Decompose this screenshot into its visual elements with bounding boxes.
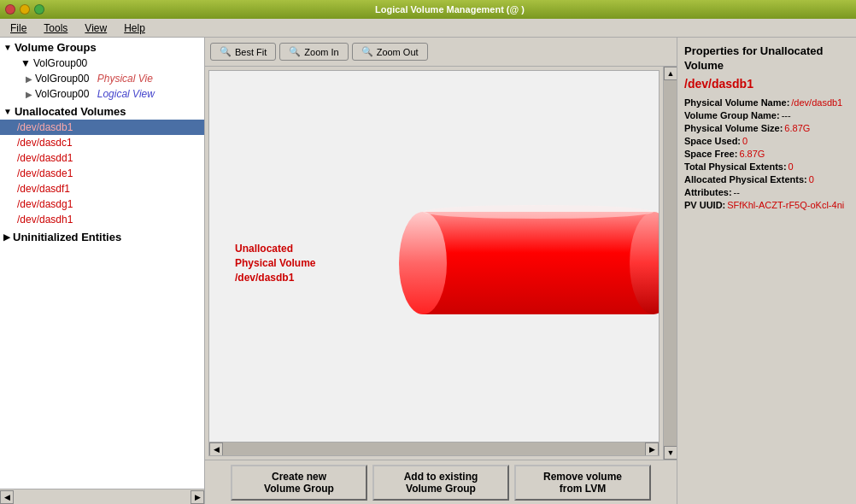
- sidebar-item-volgroup00-physical[interactable]: ▶ VolGroup00 Physical Vie: [0, 71, 204, 86]
- cylinder-label: Unallocated Physical Volume /dev/dasdb1: [235, 242, 315, 284]
- sidebar-item-dasdc1[interactable]: /dev/dasdc1: [0, 135, 204, 150]
- section-volume-groups[interactable]: ▼ Volume Groups: [0, 38, 204, 56]
- prop-label-vgname: Volume Group Name:: [684, 110, 780, 120]
- chevron-down-icon: ▼: [3, 107, 12, 116]
- prop-label-attrs: Attributes:: [684, 187, 732, 197]
- menu-file[interactable]: File: [3, 21, 33, 36]
- dasdd1-label: /dev/dasdd1: [17, 152, 73, 164]
- close-button[interactable]: [5, 4, 15, 15]
- prop-vg-name: Volume Group Name: ---: [684, 110, 849, 120]
- volgroup00-label: VolGroup00: [33, 57, 87, 69]
- volgroup00-physical-view-link[interactable]: Physical Vie: [97, 73, 153, 85]
- svg-rect-0: [423, 212, 654, 314]
- sidebar-item-dasdb1[interactable]: /dev/dasdb1: [0, 120, 204, 135]
- zoom-in-icon: 🔍: [289, 46, 301, 57]
- content-area: 🔍 Best Fit 🔍 Zoom In 🔍 Zoom Out Unalloca…: [205, 38, 677, 504]
- main-layout: ▼ Volume Groups ▼ VolGroup00 ▶ VolGroup0…: [0, 38, 856, 504]
- menu-help[interactable]: Help: [117, 21, 152, 36]
- search-icon: 🔍: [220, 46, 232, 57]
- uninitialized-entities-label: Uninitialized Entities: [13, 231, 121, 243]
- zoom-in-button[interactable]: 🔍 Zoom In: [279, 43, 348, 61]
- scroll-up-arrow[interactable]: ▲: [664, 67, 677, 80]
- cylinder-svg: [380, 195, 660, 331]
- add-to-existing-vg-label: Add to existingVolume Group: [404, 471, 478, 495]
- volgroup00-physical-name: VolGroup00: [35, 73, 89, 85]
- canvas-area: Unallocated Physical Volume /dev/dasdb1: [208, 70, 660, 456]
- create-new-vg-label: Create newVolume Group: [264, 471, 334, 495]
- create-new-vg-button[interactable]: Create newVolume Group: [231, 465, 367, 501]
- menu-view[interactable]: View: [78, 21, 114, 36]
- chevron-right-icon: ▶: [3, 232, 10, 242]
- zoom-out-icon: 🔍: [361, 46, 373, 57]
- minimize-button[interactable]: [20, 4, 30, 15]
- prop-label-totalextents: Total Physical Extents:: [684, 161, 787, 172]
- cylinder-visualization: [380, 195, 660, 331]
- menu-tools[interactable]: Tools: [37, 21, 74, 36]
- prop-physical-volume-name: Physical Volume Name: /dev/dasdb1: [684, 97, 849, 108]
- add-to-existing-vg-button[interactable]: Add to existingVolume Group: [372, 465, 509, 501]
- properties-title: Properties for Unallocated Volume: [684, 44, 849, 73]
- prop-alloc-extents: Allocated Physical Extents: 0: [684, 174, 849, 185]
- prop-value-uuid: SFfKhl-ACZT-rF5Q-oKcl-4ni: [727, 200, 844, 210]
- window-title: Logical Volume Management (@ ): [49, 4, 851, 15]
- menubar: File Tools View Help: [0, 19, 856, 38]
- scroll-left-arrow[interactable]: ◀: [0, 490, 14, 504]
- maximize-button[interactable]: [34, 4, 44, 15]
- remove-volume-button[interactable]: Remove volumefrom LVM: [514, 465, 651, 501]
- prop-label-allocextents: Allocated Physical Extents:: [684, 174, 807, 185]
- best-fit-button[interactable]: 🔍 Best Fit: [210, 43, 276, 61]
- toolbar: 🔍 Best Fit 🔍 Zoom In 🔍 Zoom Out: [205, 38, 677, 67]
- unallocated-volumes-label: Unallocated Volumes: [15, 105, 126, 118]
- canvas-label-line1: Unallocated: [235, 243, 293, 255]
- vertical-scrollbar: ▲ ▼: [663, 67, 677, 460]
- prop-space-free: Space Free: 6.87G: [684, 149, 849, 159]
- properties-device-name: /dev/dasdb1: [684, 77, 849, 91]
- sidebar-item-volgroup00-logical[interactable]: ▶ VolGroup00 Logical View: [0, 86, 204, 102]
- dasdg1-label: /dev/dasdg1: [17, 198, 73, 210]
- properties-panel: Properties for Unallocated Volume /dev/d…: [677, 38, 856, 504]
- dasde1-label: /dev/dasde1: [17, 167, 73, 179]
- dasdb1-label: /dev/dasdb1: [17, 121, 73, 133]
- scroll-right-canvas[interactable]: ▶: [645, 442, 659, 456]
- prop-value-allocextents: 0: [809, 174, 814, 185]
- chevron-right-icon: ▶: [26, 90, 32, 99]
- zoom-in-label: Zoom In: [304, 47, 338, 57]
- sidebar-item-dasdh1[interactable]: /dev/dasdh1: [0, 212, 204, 227]
- section-uninitialized-entities[interactable]: ▶ Uninitialized Entities: [0, 227, 204, 245]
- volgroup00-group: ▼ VolGroup00 ▶ VolGroup00 Physical Vie ▶…: [0, 56, 204, 102]
- zoom-out-label: Zoom Out: [377, 47, 419, 57]
- scroll-down-arrow[interactable]: ▼: [664, 446, 677, 460]
- prop-label-pvsize: Physical Volume Size:: [684, 123, 783, 133]
- remove-volume-label: Remove volumefrom LVM: [543, 471, 622, 495]
- dasdf1-label: /dev/dasdf1: [17, 183, 70, 195]
- sidebar-item-dasdd1[interactable]: /dev/dasdd1: [0, 150, 204, 166]
- sidebar-item-volgroup00[interactable]: ▼ VolGroup00: [0, 56, 204, 71]
- prop-attributes: Attributes: --: [684, 187, 849, 197]
- section-unallocated-volumes[interactable]: ▼ Unallocated Volumes: [0, 102, 204, 120]
- canvas-horizontal-scrollbar[interactable]: ◀ ▶: [209, 442, 659, 455]
- prop-value-totalextents: 0: [789, 161, 794, 172]
- dasdh1-label: /dev/dasdh1: [17, 214, 73, 226]
- svg-point-3: [423, 205, 654, 219]
- chevron-right-icon: ▶: [26, 74, 32, 84]
- dasdc1-label: /dev/dasdc1: [17, 137, 73, 149]
- prop-value-pvname: /dev/dasdb1: [791, 97, 842, 108]
- sidebar-scroll: ▼ Volume Groups ▼ VolGroup00 ▶ VolGroup0…: [0, 38, 204, 489]
- volgroup00-logical-view-link[interactable]: Logical View: [97, 88, 155, 100]
- volgroup00-logical-name: VolGroup00: [35, 88, 89, 100]
- titlebar: Logical Volume Management (@ ): [0, 0, 856, 19]
- chevron-down-icon: ▼: [21, 57, 31, 69]
- scroll-right-arrow[interactable]: ▶: [191, 490, 204, 504]
- sidebar-horizontal-scrollbar[interactable]: ◀ ▶: [0, 489, 204, 504]
- prop-value-vgname: ---: [782, 110, 791, 120]
- canvas-scroll-track-h: [223, 442, 645, 455]
- svg-point-1: [399, 212, 447, 314]
- sidebar-item-dasdg1[interactable]: /dev/dasdg1: [0, 196, 204, 212]
- sidebar-item-dasdf1[interactable]: /dev/dasdf1: [0, 181, 204, 196]
- zoom-out-button[interactable]: 🔍 Zoom Out: [352, 43, 428, 61]
- prop-value-attrs: --: [734, 187, 740, 197]
- prop-pv-size: Physical Volume Size: 6.87G: [684, 123, 849, 133]
- sidebar-item-dasde1[interactable]: /dev/dasde1: [0, 166, 204, 181]
- scroll-left-canvas[interactable]: ◀: [209, 442, 223, 456]
- scroll-track-v: [664, 80, 677, 446]
